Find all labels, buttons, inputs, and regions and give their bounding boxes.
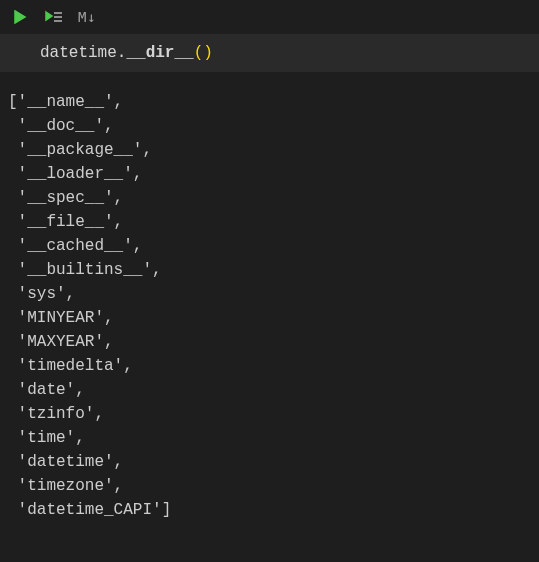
output-line: '__file__', (8, 210, 531, 234)
code-token-object: datetime (40, 44, 117, 62)
output-line: 'MINYEAR', (8, 306, 531, 330)
output-line: '__loader__', (8, 162, 531, 186)
cell-output: ['__name__', '__doc__', '__package__', '… (0, 72, 539, 530)
output-line: '__doc__', (8, 114, 531, 138)
code-token-paren-close: ) (203, 44, 213, 62)
output-line: 'datetime', (8, 450, 531, 474)
markdown-indicator[interactable]: M↓ (78, 9, 96, 25)
output-line: '__builtins__', (8, 258, 531, 282)
output-line: ['__name__', (8, 90, 531, 114)
code-token-paren-open: ( (194, 44, 204, 62)
output-line: 'MAXYEAR', (8, 330, 531, 354)
code-cell-input[interactable]: datetime.__dir__() (0, 34, 539, 72)
cell-toolbar: M↓ (0, 0, 539, 34)
output-line: 'datetime_CAPI'] (8, 498, 531, 522)
output-line: 'timedelta', (8, 354, 531, 378)
output-line: 'date', (8, 378, 531, 402)
run-cell-icon[interactable] (10, 7, 30, 27)
output-line: 'time', (8, 426, 531, 450)
output-line: 'timezone', (8, 474, 531, 498)
code-token-dot: . (117, 44, 127, 62)
code-token-method: __dir__ (126, 44, 193, 62)
output-line: 'tzinfo', (8, 402, 531, 426)
output-line: '__cached__', (8, 234, 531, 258)
output-line: 'sys', (8, 282, 531, 306)
output-line: '__spec__', (8, 186, 531, 210)
run-by-line-icon[interactable] (44, 7, 64, 27)
output-line: '__package__', (8, 138, 531, 162)
